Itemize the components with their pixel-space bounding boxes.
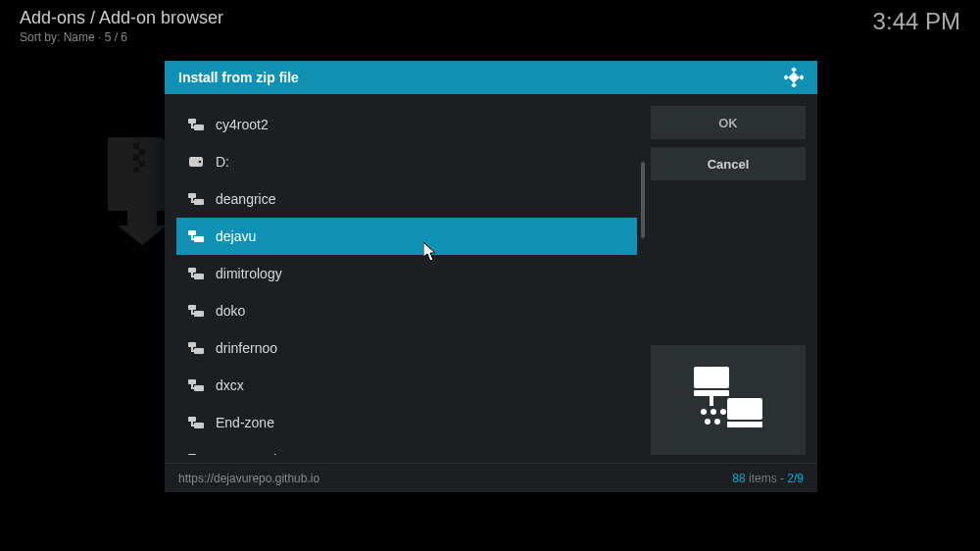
- svg-rect-9: [788, 72, 799, 82]
- list-item[interactable]: dejavu: [176, 218, 637, 255]
- svg-rect-2: [133, 155, 139, 161]
- svg-point-53: [710, 409, 716, 415]
- list-item-label: drinfernoo: [216, 340, 277, 356]
- clock: 3:44 PM: [873, 8, 960, 35]
- svg-rect-5: [791, 68, 797, 73]
- kodi-logo-icon: [784, 68, 804, 87]
- list-item[interactable]: entersandman: [176, 441, 637, 455]
- svg-rect-8: [791, 82, 797, 87]
- list-item[interactable]: End-zone: [176, 404, 637, 441]
- ok-button[interactable]: OK: [651, 106, 806, 139]
- preview-pane: [651, 345, 806, 455]
- list-item-label: dxcx: [216, 377, 244, 393]
- svg-rect-28: [188, 305, 196, 310]
- svg-rect-32: [188, 342, 196, 347]
- list-item-label: dimitrology: [216, 266, 282, 281]
- net-folder-icon: [188, 303, 204, 319]
- scrollbar-thumb[interactable]: [641, 162, 645, 238]
- list-item[interactable]: D:: [176, 143, 637, 180]
- svg-rect-39: [191, 387, 196, 389]
- list-item-label: dejavu: [216, 228, 256, 244]
- svg-rect-13: [191, 126, 196, 128]
- dialog-title: Install from zip file: [178, 70, 299, 85]
- svg-rect-44: [188, 454, 196, 455]
- list-item-label: doko: [216, 303, 245, 319]
- list-item-label: deangrice: [216, 191, 276, 207]
- svg-rect-23: [191, 238, 196, 240]
- install-from-zip-dialog: Install from zip file cy4root2D:deangric…: [165, 61, 817, 492]
- dialog-titlebar: Install from zip file: [165, 61, 817, 94]
- svg-rect-48: [694, 367, 729, 388]
- footer-page: 2/9: [787, 472, 804, 485]
- svg-rect-1: [139, 149, 145, 155]
- svg-rect-35: [191, 350, 196, 352]
- list-item[interactable]: dxcx: [176, 367, 637, 404]
- svg-rect-50: [727, 398, 762, 420]
- svg-point-54: [720, 409, 726, 415]
- svg-rect-36: [188, 379, 196, 384]
- svg-rect-3: [139, 161, 145, 167]
- svg-point-15: [199, 161, 202, 164]
- list-item-label: End-zone: [216, 415, 274, 430]
- svg-rect-16: [188, 193, 196, 198]
- svg-rect-7: [799, 75, 804, 80]
- svg-rect-27: [191, 276, 196, 277]
- svg-rect-0: [133, 143, 139, 149]
- list-item[interactable]: cy4root2: [176, 106, 637, 143]
- svg-rect-40: [188, 417, 196, 422]
- net-folder-icon: [188, 191, 204, 207]
- list-item[interactable]: dimitrology: [176, 255, 637, 292]
- svg-point-57: [724, 419, 730, 425]
- svg-point-56: [714, 419, 720, 425]
- svg-rect-51: [727, 422, 762, 427]
- svg-rect-49: [694, 390, 729, 396]
- svg-rect-58: [710, 396, 713, 406]
- net-folder-icon: [188, 266, 204, 281]
- svg-rect-6: [784, 75, 789, 80]
- footer-pager: 88 items - 2/9: [732, 472, 804, 485]
- svg-rect-20: [188, 230, 196, 235]
- svg-point-55: [705, 419, 710, 425]
- svg-rect-43: [191, 425, 196, 426]
- list-item[interactable]: deangrice: [176, 180, 637, 218]
- net-folder-icon: [188, 452, 204, 455]
- list-item-label: D:: [216, 154, 229, 170]
- list-item-label: cy4root2: [216, 117, 269, 132]
- cancel-button[interactable]: Cancel: [651, 147, 806, 180]
- scrollbar[interactable]: [641, 106, 645, 455]
- file-list[interactable]: cy4root2D:deangricedejavudimitrologydoko…: [176, 106, 637, 455]
- footer-items-word: items -: [746, 472, 788, 485]
- footer-count: 88: [732, 472, 745, 485]
- svg-rect-31: [191, 313, 196, 315]
- net-folder-icon: [188, 117, 204, 132]
- svg-point-52: [701, 409, 707, 415]
- svg-rect-19: [191, 201, 196, 203]
- svg-rect-24: [188, 268, 196, 273]
- svg-rect-10: [188, 119, 196, 124]
- net-folder-icon: [188, 228, 204, 244]
- list-item[interactable]: drinfernoo: [176, 329, 637, 367]
- net-folder-icon: [188, 340, 204, 356]
- net-folder-icon: [188, 377, 204, 393]
- sort-indicator: Sort by: Name · 5 / 6: [20, 30, 223, 44]
- svg-rect-4: [133, 167, 139, 173]
- drive-icon: [188, 154, 204, 170]
- list-item-label: entersandman: [216, 452, 304, 455]
- network-share-icon: [684, 363, 772, 437]
- list-item[interactable]: doko: [176, 292, 637, 329]
- footer-path: https://dejavurepo.github.io: [178, 472, 319, 485]
- breadcrumb: Add-ons / Add-on browser: [20, 8, 223, 28]
- net-folder-icon: [188, 415, 204, 430]
